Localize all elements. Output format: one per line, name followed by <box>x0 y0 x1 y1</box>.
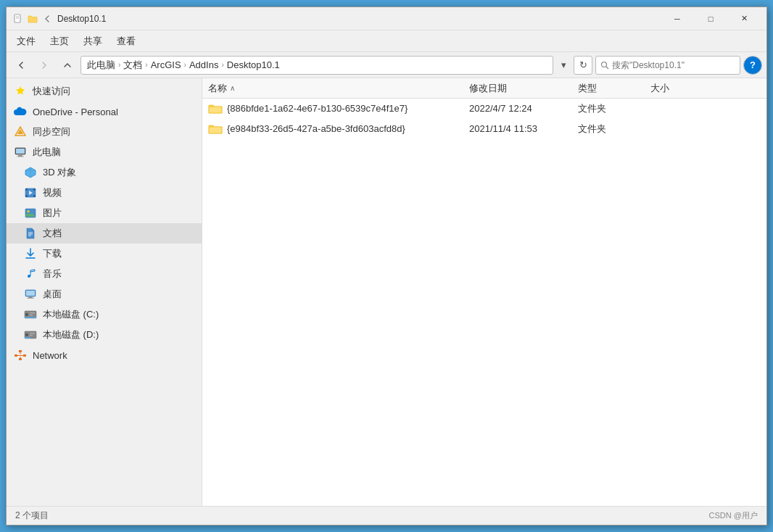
sidebar-item-picture[interactable]: 图片 <box>7 203 202 223</box>
file-explorer-window: Desktop10.1 ─ □ ✕ 文件 主页 共享 查看 <box>6 7 767 525</box>
file-cell-date-0: 2022/4/7 12:24 <box>463 103 572 114</box>
forward-button[interactable] <box>34 56 54 75</box>
svg-rect-0 <box>15 14 20 22</box>
file-list: {886bfde1-1a62-4e67-b130-6539c7e4f1e7} 2… <box>202 99 766 506</box>
folder-icon-title[interactable] <box>27 13 38 25</box>
up-button[interactable] <box>57 56 78 75</box>
sidebar-item-music[interactable]: 音乐 <box>7 264 202 284</box>
back-button[interactable] <box>11 56 31 75</box>
music-icon <box>24 267 37 280</box>
table-row[interactable]: {886bfde1-1a62-4e67-b130-6539c7e4f1e7} 2… <box>202 99 766 119</box>
sidebar-item-video[interactable]: 视频 <box>7 183 202 203</box>
col-type-label: 类型 <box>578 83 597 93</box>
image-icon <box>24 207 37 220</box>
sidebar-item-desktop[interactable]: 桌面 <box>7 284 202 304</box>
file-type-1: 文件夹 <box>578 123 606 134</box>
back-title-icon[interactable] <box>41 13 53 25</box>
sidebar-item-disk-c[interactable]: 本地磁盘 (C:) <box>7 304 202 325</box>
search-icon <box>600 61 609 70</box>
svg-rect-29 <box>30 315 33 316</box>
sync-icon <box>14 125 27 138</box>
disk-c-icon <box>24 308 37 321</box>
sidebar-item-download[interactable]: 下载 <box>7 244 202 264</box>
desktop-icon <box>24 288 37 301</box>
col-size-header[interactable]: 大小 <box>645 82 766 95</box>
file-type-0: 文件夹 <box>578 103 606 114</box>
svg-line-4 <box>606 67 608 69</box>
sidebar-item-this-pc-label: 此电脑 <box>33 146 61 159</box>
svg-rect-15 <box>33 195 36 197</box>
download-icon <box>24 247 37 260</box>
sidebar-item-sync-label: 同步空间 <box>33 125 70 138</box>
sidebar-item-sync[interactable]: 同步空间 <box>7 122 202 142</box>
svg-point-3 <box>602 62 607 67</box>
title-bar-quick-icons <box>12 13 53 25</box>
sidebar-item-document-label: 文档 <box>43 227 62 240</box>
column-header: 名称 ∧ 修改日期 类型 大小 <box>202 78 766 99</box>
search-input[interactable] <box>612 60 735 70</box>
svg-rect-8 <box>16 149 25 154</box>
watermark: CSDN @用户 <box>709 510 758 521</box>
path-arcgis[interactable]: ArcGIS <box>151 59 181 70</box>
path-addins[interactable]: AddIns <box>189 59 218 70</box>
address-path-box[interactable]: 此电脑 › 文档 › ArcGIS › AddIns › Desktop10.1 <box>80 56 553 75</box>
file-cell-name-0: {886bfde1-1a62-4e67-b130-6539c7e4f1e7} <box>202 103 463 115</box>
sidebar-item-network-label: Network <box>33 350 67 361</box>
sidebar-item-3d[interactable]: 3D 对象 <box>7 162 202 183</box>
disk-d-icon <box>24 328 37 341</box>
sidebar-item-video-label: 视频 <box>43 186 62 199</box>
svg-point-17 <box>28 210 30 212</box>
file-modified-1: 2021/11/4 11:53 <box>469 123 537 134</box>
new-file-icon[interactable] <box>12 13 24 25</box>
close-button[interactable]: ✕ <box>727 7 761 30</box>
col-type-header[interactable]: 类型 <box>572 82 645 95</box>
col-date-header[interactable]: 修改日期 <box>463 82 572 95</box>
refresh-button[interactable]: ↻ <box>574 56 592 75</box>
svg-rect-34 <box>30 335 33 336</box>
help-button[interactable]: ? <box>743 56 762 75</box>
sidebar-item-download-label: 下载 <box>43 247 62 260</box>
col-name-header[interactable]: 名称 ∧ <box>202 82 463 95</box>
svg-rect-33 <box>30 333 35 334</box>
file-cell-type-0: 文件夹 <box>572 102 645 115</box>
document-icon <box>24 227 37 240</box>
svg-rect-35 <box>25 337 30 338</box>
file-area: 名称 ∧ 修改日期 类型 大小 <box>202 78 766 506</box>
maximize-button[interactable]: □ <box>694 7 727 30</box>
path-dropdown-button[interactable]: ▾ <box>556 56 571 75</box>
minimize-button[interactable]: ─ <box>661 7 694 30</box>
search-box[interactable] <box>595 56 740 75</box>
sidebar-item-disk-d[interactable]: 本地磁盘 (D:) <box>7 325 202 345</box>
svg-rect-36 <box>19 350 22 352</box>
window-title: Desktop10.1 <box>57 14 661 24</box>
sidebar-item-this-pc[interactable]: 此电脑 <box>7 142 202 162</box>
menu-view[interactable]: 查看 <box>109 32 143 51</box>
menu-share[interactable]: 共享 <box>76 32 109 51</box>
sidebar-item-quick-access[interactable]: 快速访问 <box>7 81 202 101</box>
sort-arrow: ∧ <box>230 84 235 92</box>
file-cell-type-1: 文件夹 <box>572 122 645 136</box>
table-row[interactable]: {e984bf33-26d5-427a-a5be-3fd603acfd8d} 2… <box>202 119 766 139</box>
sidebar-item-document[interactable]: 文档 <box>7 223 202 244</box>
col-date-label: 修改日期 <box>469 83 507 93</box>
menu-home[interactable]: 主页 <box>43 32 76 51</box>
sidebar-item-onedrive[interactable]: OneDrive - Personal <box>7 101 202 122</box>
cube-icon <box>24 166 37 179</box>
status-bar: 2 个项目 CSDN @用户 <box>7 506 766 525</box>
svg-rect-28 <box>30 312 35 314</box>
col-size-label: 大小 <box>650 83 669 93</box>
sidebar-item-disk-c-label: 本地磁盘 (C:) <box>43 308 99 321</box>
menu-file[interactable]: 文件 <box>9 32 43 51</box>
svg-rect-30 <box>25 317 36 318</box>
sidebar-item-desktop-label: 桌面 <box>43 288 62 301</box>
path-this-pc[interactable]: 此电脑 <box>87 59 115 72</box>
star-icon <box>14 85 27 98</box>
folder-icon-0 <box>208 103 223 115</box>
address-bar: 此电脑 › 文档 › ArcGIS › AddIns › Desktop10.1… <box>7 52 766 78</box>
file-name-0: {886bfde1-1a62-4e67-b130-6539c7e4f1e7} <box>227 103 408 114</box>
title-bar-controls: ─ □ ✕ <box>661 7 761 30</box>
col-name-label: 名称 <box>208 82 227 95</box>
path-documents[interactable]: 文档 <box>123 59 142 72</box>
sidebar-item-network[interactable]: Network <box>7 345 202 365</box>
path-desktop[interactable]: Desktop10.1 <box>227 59 280 70</box>
